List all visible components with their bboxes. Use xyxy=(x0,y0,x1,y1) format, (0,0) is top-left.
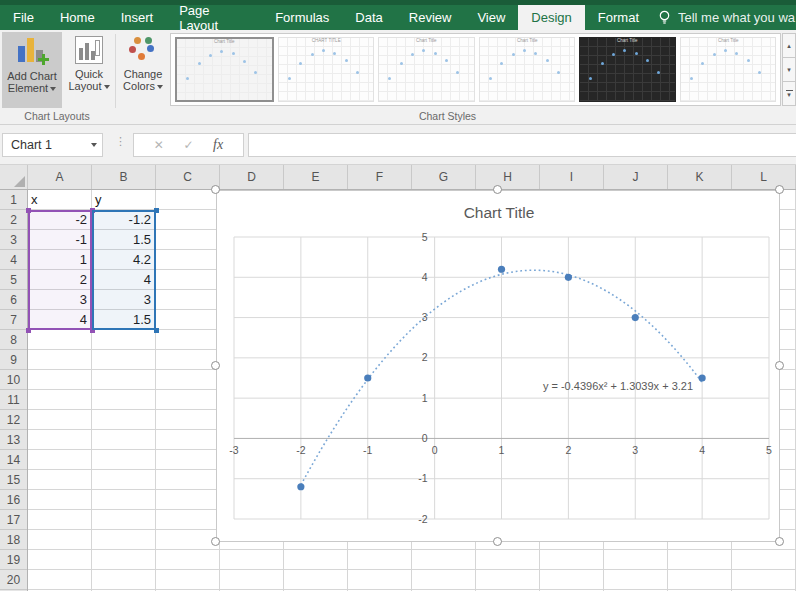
row-header-19[interactable]: 19 xyxy=(0,550,27,570)
y-axis-labels[interactable]: -2-1012345 xyxy=(418,231,428,525)
y-range-highlight-handle[interactable] xyxy=(154,208,159,213)
chart-style-thumbnail-4[interactable]: Chart Title xyxy=(479,37,576,102)
name-box[interactable]: Chart 1 xyxy=(2,133,103,157)
row-header-15[interactable]: 15 xyxy=(0,470,27,490)
tab-review[interactable]: Review xyxy=(396,5,465,30)
chart-selection-handle[interactable] xyxy=(211,185,220,194)
column-header-H[interactable]: H xyxy=(476,165,540,189)
select-all-button[interactable] xyxy=(0,165,28,189)
chart-title[interactable]: Chart Title xyxy=(464,204,535,221)
tell-me-box[interactable]: Tell me what you wa xyxy=(652,5,796,30)
thumbnail-point xyxy=(445,59,448,62)
thumbnail-point xyxy=(311,53,314,56)
tab-file[interactable]: File xyxy=(0,5,47,30)
add-chart-element-button[interactable]: Add Chart Element xyxy=(2,32,62,108)
row-header-6[interactable]: 6 xyxy=(0,290,27,310)
svg-text:-2: -2 xyxy=(296,444,305,456)
row-header-20[interactable]: 20 xyxy=(0,570,27,590)
column-header-B[interactable]: B xyxy=(92,165,156,189)
column-header-I[interactable]: I xyxy=(540,165,604,189)
row-header-18[interactable]: 18 xyxy=(0,530,27,550)
row-header-13[interactable]: 13 xyxy=(0,430,27,450)
thumbnail-point xyxy=(299,62,302,65)
row-header-16[interactable]: 16 xyxy=(0,490,27,510)
row-header-8[interactable]: 8 xyxy=(0,330,27,350)
tab-insert[interactable]: Insert xyxy=(108,5,167,30)
group-divider xyxy=(115,34,116,108)
column-header-G[interactable]: G xyxy=(412,165,476,189)
enter-button[interactable]: ✓ xyxy=(183,138,193,152)
chart-selection-handle[interactable] xyxy=(493,185,502,194)
cell-B1[interactable]: y xyxy=(92,190,156,210)
formula-input[interactable] xyxy=(248,133,796,157)
formula-bar-splitter[interactable]: ⋮ xyxy=(115,135,126,148)
chart-style-thumbnail-5[interactable]: Chart Title xyxy=(579,37,676,102)
row-header-11[interactable]: 11 xyxy=(0,390,27,410)
column-header-D[interactable]: D xyxy=(220,165,284,189)
chart-selection-handle[interactable] xyxy=(211,361,220,370)
row-header-2[interactable]: 2 xyxy=(0,210,27,230)
column-headers: ABCDEFGHIJKL xyxy=(0,165,796,190)
row-header-12[interactable]: 12 xyxy=(0,410,27,430)
chart-selection-handle[interactable] xyxy=(775,185,784,194)
row-header-14[interactable]: 14 xyxy=(0,450,27,470)
row-header-9[interactable]: 9 xyxy=(0,350,27,370)
tab-view[interactable]: View xyxy=(464,5,518,30)
trendline-equation[interactable]: y = -0.4396x² + 1.3039x + 3.21 xyxy=(543,380,693,392)
dropdown-arrow-icon xyxy=(104,85,110,89)
tab-format[interactable]: Format xyxy=(585,5,652,30)
row-header-7[interactable]: 7 xyxy=(0,310,27,330)
row-header-17[interactable]: 17 xyxy=(0,510,27,530)
data-point xyxy=(364,374,371,381)
x-axis-labels[interactable]: -3-2-1012345 xyxy=(229,444,772,456)
column-header-C[interactable]: C xyxy=(156,165,220,189)
chart-object[interactable]: -3-2-1012345-2-1012345y = -0.4396x² + 1.… xyxy=(216,190,780,542)
tab-formulas[interactable]: Formulas xyxy=(262,5,342,30)
thumbnail-point xyxy=(690,77,693,80)
svg-text:1: 1 xyxy=(499,444,505,456)
column-header-F[interactable]: F xyxy=(348,165,412,189)
chart-style-thumbnail-1[interactable]: Chart Title xyxy=(175,37,274,102)
column-header-E[interactable]: E xyxy=(284,165,348,189)
column-header-L[interactable]: L xyxy=(732,165,796,189)
chart-selection-handle[interactable] xyxy=(493,537,502,546)
quick-layout-button[interactable]: Quick Layout xyxy=(64,32,114,108)
row-header-5[interactable]: 5 xyxy=(0,270,27,290)
tab-design[interactable]: Design xyxy=(518,5,584,30)
cell-A1[interactable]: x xyxy=(28,190,92,210)
x-range-highlight-handle[interactable] xyxy=(26,208,31,213)
column-header-J[interactable]: J xyxy=(604,165,668,189)
svg-text:-3: -3 xyxy=(229,444,238,456)
cancel-button[interactable]: ✕ xyxy=(154,138,164,152)
tab-data[interactable]: Data xyxy=(342,5,395,30)
chart-selection-handle[interactable] xyxy=(775,537,784,546)
column-header-A[interactable]: A xyxy=(28,165,92,189)
svg-text:3: 3 xyxy=(422,311,428,323)
insert-function-button[interactable]: fx xyxy=(213,137,223,153)
gallery-scroll-down-button[interactable]: ▾ xyxy=(782,58,796,82)
column-header-K[interactable]: K xyxy=(668,165,732,189)
chart-style-thumbnail-6[interactable]: Chart Title xyxy=(680,37,777,102)
name-box-dropdown-button[interactable] xyxy=(84,143,102,147)
chart-style-thumbnail-2[interactable]: CHART TITLE xyxy=(278,37,375,102)
tab-home[interactable]: Home xyxy=(47,5,108,30)
tab-page-layout[interactable]: Page Layout xyxy=(166,5,262,30)
svg-text:5: 5 xyxy=(766,444,772,456)
row-header-4[interactable]: 4 xyxy=(0,250,27,270)
change-colors-button[interactable]: Change Colors xyxy=(118,32,168,108)
chart-styles-group-label: Chart Styles xyxy=(114,110,781,122)
svg-text:4: 4 xyxy=(422,271,428,283)
excel-window: FileHomeInsertPage LayoutFormulasDataRev… xyxy=(0,0,796,591)
gallery-scroll-up-button[interactable]: ▴ xyxy=(782,33,796,58)
chart-style-thumbnail-3[interactable]: Chart Title xyxy=(378,37,475,102)
row-header-1[interactable]: 1 xyxy=(0,190,27,210)
row-header-3[interactable]: 3 xyxy=(0,230,27,250)
gallery-more-button[interactable]: ▾ xyxy=(782,82,796,106)
svg-text:-2: -2 xyxy=(418,513,427,525)
y-range-highlight-handle[interactable] xyxy=(154,328,159,333)
chart-selection-handle[interactable] xyxy=(211,537,220,546)
chart-selection-handle[interactable] xyxy=(775,361,784,370)
formula-bar-row: Chart 1 ⋮ ✕ ✓ fx xyxy=(0,125,796,165)
x-range-highlight-handle[interactable] xyxy=(26,328,31,333)
row-header-10[interactable]: 10 xyxy=(0,370,27,390)
